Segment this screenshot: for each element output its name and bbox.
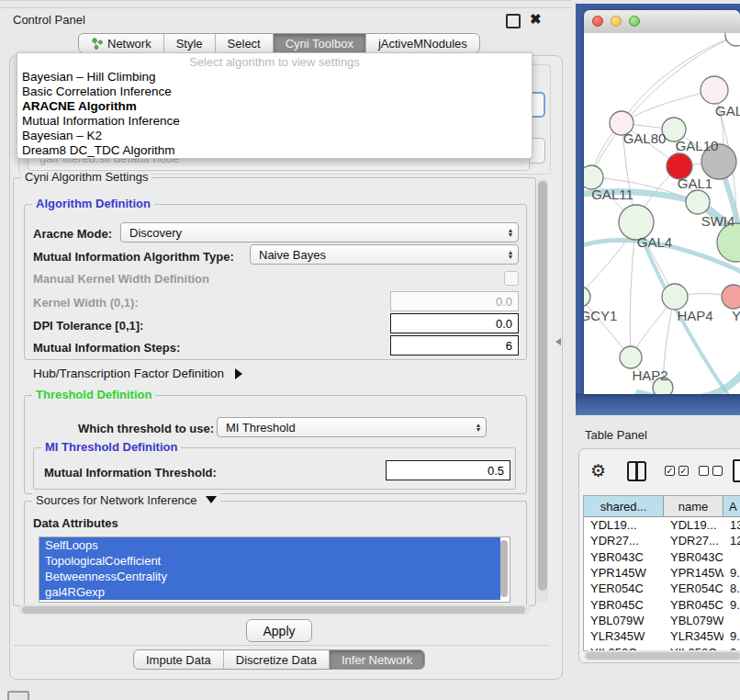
attribute-item-topologicalcoefficient[interactable]: TopologicalCoefficient <box>39 553 500 569</box>
mi-steps-field[interactable] <box>390 335 519 356</box>
network-node-gal-pink[interactable] <box>701 76 728 104</box>
network-canvas[interactable]: GAL GAL80 GAL10 GAL1 GAL11 SWI4 GAL4 GCY… <box>584 33 740 394</box>
mi-algorithm-type-value: Naive Bayes <box>251 248 503 262</box>
tab-cyni-toolbox[interactable]: Cyni Toolbox <box>274 34 366 52</box>
aracne-mode-value: Discovery <box>121 226 503 240</box>
split-columns-icon[interactable] <box>627 461 646 481</box>
node-label-gal: GAL <box>715 103 740 119</box>
floating-panel-icon[interactable] <box>7 691 29 700</box>
attributes-list-scrollbar-thumb[interactable] <box>500 540 508 597</box>
which-threshold-value: MI Threshold <box>218 421 471 435</box>
kernel-width-label: Kernel Width (0,1): <box>33 296 139 310</box>
table-row[interactable]: YDL19...YDL19...13 <box>584 517 740 533</box>
close-window-icon[interactable] <box>592 16 603 27</box>
table-row[interactable]: YLR345WYLR345W9. <box>584 628 740 644</box>
algorithm-option-dream8[interactable]: Dream8 DC_TDC Algorithm <box>22 143 175 157</box>
float-panel-icon[interactable] <box>506 14 521 28</box>
column-header-name[interactable]: name <box>664 496 723 517</box>
network-node-pink[interactable] <box>722 285 740 309</box>
hub-definition-expander[interactable]: Hub/Transcription Factor Definition <box>33 367 242 380</box>
threshold-definition-title: Threshold Definition <box>32 388 155 401</box>
bottom-tabbar: Impute Data Discretize Data Infer Networ… <box>133 649 425 670</box>
table-row[interactable]: YDR27...YDR27...12 <box>584 533 740 548</box>
document-icon[interactable] <box>733 459 740 482</box>
cyni-algorithm-settings-title: Cyni Algorithm Settings <box>21 170 151 184</box>
aracne-mode-label: Aracne Mode: <box>33 227 112 241</box>
panel-divider-collapse-arrow[interactable] <box>555 338 561 345</box>
kernel-width-field[interactable] <box>390 291 519 311</box>
data-attributes-list: SelfLoops TopologicalCoefficient Between… <box>39 536 510 603</box>
apply-button[interactable]: Apply <box>246 619 312 642</box>
network-window-titlebar[interactable] <box>584 10 740 34</box>
network-node-hap2[interactable] <box>620 346 642 368</box>
tab-select[interactable]: Select <box>216 34 274 52</box>
tab-jactivemnodules[interactable]: jActiveMNodules <box>366 34 479 52</box>
network-node-gcy1[interactable] <box>584 287 590 307</box>
node-label-gal80: GAL80 <box>623 130 667 146</box>
which-threshold-combo[interactable]: MI Threshold ▲▼ <box>217 417 487 437</box>
settings-scrollbar-thumb[interactable] <box>538 181 547 591</box>
network-graph: GAL GAL80 GAL10 GAL1 GAL11 SWI4 GAL4 GCY… <box>584 33 740 394</box>
tab-infer-network[interactable]: Infer Network <box>330 650 424 669</box>
table-row[interactable]: YBR045CYBR045C9. <box>584 597 740 613</box>
column-header-shared[interactable]: shared... <box>584 496 664 517</box>
checked-pair-icon[interactable]: ✓✓ <box>665 466 689 476</box>
minimize-window-icon[interactable] <box>611 16 622 27</box>
algorithm-option-mutual-information[interactable]: Mutual Information Inference <box>22 114 180 128</box>
table-hscrollbar-thumb[interactable] <box>586 652 740 660</box>
apply-button-label: Apply <box>263 624 295 638</box>
dpi-tolerance-field[interactable] <box>390 313 519 333</box>
tab-discretize-data[interactable]: Discretize Data <box>224 650 330 669</box>
column-header-third[interactable]: A <box>723 496 740 517</box>
node-label-gal1: GAL1 <box>678 175 712 191</box>
algorithm-option-basic-correlation[interactable]: Basic Correlation Inference <box>22 85 172 98</box>
close-panel-icon[interactable]: ✖ <box>530 11 542 28</box>
network-window[interactable]: GAL GAL80 GAL10 GAL1 GAL11 SWI4 GAL4 GCY… <box>584 10 740 394</box>
node-label-swi4: SWI4 <box>701 213 735 229</box>
zoom-window-icon[interactable] <box>629 16 640 27</box>
settings-hscrollbar-thumb[interactable] <box>22 606 525 614</box>
tab-network[interactable]: Network <box>79 34 164 52</box>
algorithm-definition-title: Algorithm Definition <box>32 197 154 210</box>
network-node[interactable] <box>725 33 740 46</box>
node-label-y: Y <box>732 308 740 323</box>
table-row[interactable]: YBR043CYBR043C <box>584 549 740 565</box>
attribute-item-selfloops[interactable]: SelfLoops <box>39 537 500 553</box>
sources-group-title[interactable]: Sources for Network Inference <box>32 493 220 507</box>
control-panel-title: Control Panel <box>13 13 85 27</box>
attribute-item-gal4rgexp[interactable]: gal4RGexp <box>39 584 500 600</box>
manual-kernel-label: Manual Kernel Width Definition <box>33 272 209 286</box>
table-row[interactable]: YPR145WYPR145W9. <box>584 565 740 581</box>
tab-style[interactable]: Style <box>164 34 216 52</box>
gear-icon[interactable]: ⚙ <box>590 460 606 480</box>
aracne-mode-combo[interactable]: Discovery ▲▼ <box>120 222 519 243</box>
mi-algorithm-type-label: Mutual Information Algorithm Type: <box>33 250 234 264</box>
network-node-swi4[interactable] <box>686 190 710 214</box>
expander-arrow-icon <box>235 368 242 379</box>
algorithm-option-bayesian-hill[interactable]: Bayesian – Hill Climbing <box>22 70 156 84</box>
network-node-hap4[interactable] <box>662 284 688 310</box>
table-toolbar: ⚙ ✓✓ <box>579 449 740 493</box>
network-node-bright-green[interactable] <box>717 223 740 262</box>
attribute-item-betweennesscentrality[interactable]: BetweennessCentrality <box>39 569 500 584</box>
unchecked-pair-icon[interactable] <box>699 466 723 476</box>
table-row[interactable]: YBL079WYBL079W <box>584 613 740 628</box>
node-label-gal10: GAL10 <box>676 138 719 153</box>
hub-definition-label: Hub/Transcription Factor Definition <box>33 367 224 380</box>
stepper-arrows-icon: ▲▼ <box>503 228 518 237</box>
table-row[interactable]: YIL053CYIL053C0. <box>584 644 740 650</box>
tab-impute-data[interactable]: Impute Data <box>134 650 224 669</box>
algorithm-dropdown-placeholder: Select algorithm to view settings <box>17 55 532 69</box>
mi-algorithm-type-combo[interactable]: Naive Bayes ▲▼ <box>250 244 519 265</box>
table-row[interactable]: YER054CYER054C8. <box>584 581 740 596</box>
algorithm-dropdown-popup: Select algorithm to view settings Bayesi… <box>17 52 533 159</box>
algorithm-option-bayesian-k2[interactable]: Bayesian – K2 <box>22 129 102 142</box>
mi-threshold-field[interactable] <box>386 460 510 480</box>
which-threshold-label: Which threshold to use: <box>78 422 214 435</box>
node-label-hap4: HAP4 <box>677 308 712 323</box>
algorithm-option-aracne[interactable]: ARACNE Algorithm <box>22 99 137 113</box>
manual-kernel-checkbox[interactable] <box>504 271 519 286</box>
node-label-gal4: GAL4 <box>637 234 672 250</box>
node-label-gcy1: GCY1 <box>584 308 617 323</box>
attribute-table: shared... name A YDL19...YDL19...13 YDR2… <box>583 495 740 651</box>
